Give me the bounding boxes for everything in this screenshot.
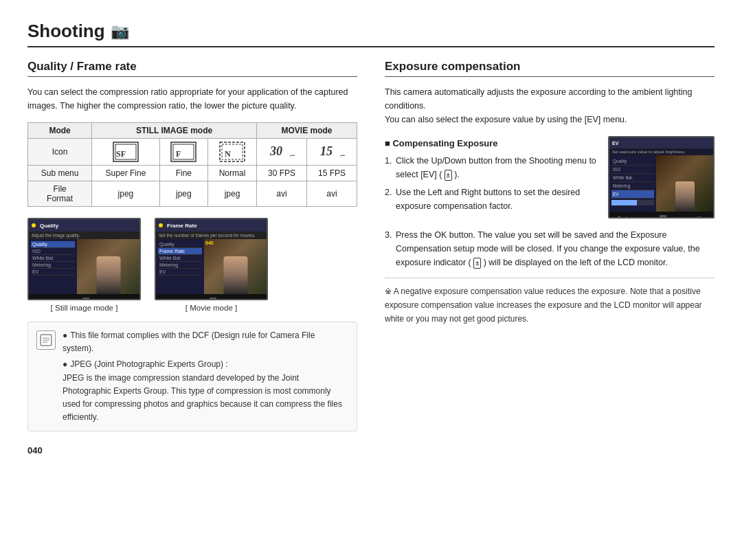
comp-heading: ■ Compensating Exposure: [385, 136, 598, 151]
format-jpeg2: jpeg: [159, 181, 207, 207]
exp-person: [675, 181, 695, 212]
still-preview: [77, 239, 139, 294]
submenu-superfine: Super Fine: [92, 166, 160, 181]
still-screen-title: Quality: [40, 223, 58, 229]
table-header-row: Mode STILL IMAGE mode MOVIE mode: [28, 123, 357, 139]
screenshots-area: Quality Adjust the image quality. Qualit…: [27, 218, 357, 312]
exp-intro-line2: You can also select the exposure value b…: [385, 115, 627, 124]
icon-15fps: 15 ⌒: [306, 139, 357, 166]
movie-screen: Frame Rate Set the number of frames per …: [155, 218, 268, 300]
exp-bar: [611, 200, 654, 205]
exposure-screen-wrap: EV Set exposure value to adjust brightne…: [608, 136, 715, 219]
format-avi1: avi: [257, 181, 307, 207]
page-number: 040: [27, 445, 715, 456]
still-menu: Quality ISO White Bal. Metering EV: [29, 239, 77, 294]
movie-menu-item5: EV: [158, 269, 202, 276]
title-divider: [27, 46, 715, 47]
step2: 2. Use the Left and Right buttons to set…: [385, 186, 598, 213]
submenu-30fps: 30 FPS: [257, 166, 307, 181]
ev-icon: ±: [445, 170, 452, 181]
step3: 3. Press the OK button. The value you se…: [385, 228, 715, 269]
col-movie: MOVIE mode: [257, 123, 357, 139]
exp-preview: [656, 155, 713, 212]
warning-sym: ※: [385, 287, 392, 296]
back-label: ■ Back: [33, 298, 48, 301]
svg-rect-3: [171, 142, 196, 161]
svg-text:⌒: ⌒: [338, 155, 345, 162]
ok-icon: [82, 298, 89, 300]
row-icon-label: Icon: [28, 139, 92, 166]
exp-move: Move: [697, 216, 709, 219]
step3-list: 3. Press the OK button. The value you se…: [385, 228, 715, 269]
exp-intro-line1: This camera automatically adjusts the ex…: [385, 87, 692, 111]
submenu-normal: Normal: [207, 166, 256, 181]
movie-footer: ■ Back Move: [156, 294, 267, 300]
movie-menu-quality: Quality: [158, 241, 202, 248]
table-format-row: FileFormat jpeg jpeg jpeg avi avi: [28, 181, 357, 207]
row-format-label: FileFormat: [28, 181, 92, 207]
quality-table: Mode STILL IMAGE mode MOVIE mode Icon SF: [27, 122, 357, 207]
exposure-screen: EV Set exposure value to adjust brightne…: [608, 136, 715, 219]
format-jpeg1: jpeg: [92, 181, 160, 207]
comp-section: ■ Compensating Exposure 1. Click the Up/…: [385, 136, 715, 219]
icon-fine: F: [159, 139, 207, 166]
exposure-intro: This camera automatically adjusts the ex…: [385, 85, 715, 126]
title-text: Shooting: [27, 21, 105, 42]
menu-item4: Metering: [31, 262, 75, 269]
header-dot: [32, 223, 36, 227]
movie-menu: Quality Frame Rate White Bal. Metering E…: [156, 239, 204, 294]
svg-text:SF: SF: [116, 149, 126, 159]
movie-menu-item4: Metering: [158, 262, 202, 269]
col-mode: Mode: [28, 123, 92, 139]
quality-section-title: Quality / Frame rate: [27, 60, 357, 77]
movie-caption: [ Movie mode ]: [186, 304, 237, 312]
still-caption: [ Still image mode ]: [51, 304, 118, 312]
svg-text:15: 15: [320, 144, 333, 158]
exp-footer: ■ Back Move: [609, 212, 713, 219]
svg-rect-6: [220, 142, 245, 161]
menu-quality: Quality: [31, 241, 75, 248]
still-footer: ■ Back Move: [29, 294, 139, 300]
format-avi2: avi: [306, 181, 357, 207]
quality-intro: You can select the compression ratio app…: [27, 85, 357, 113]
movie-preview-person: [223, 256, 247, 294]
left-column: Quality / Frame rate You can select the …: [27, 60, 357, 432]
note-icon: [36, 331, 56, 350]
preview-person: [96, 256, 120, 294]
col-still: STILL IMAGE mode: [92, 123, 257, 139]
steps-list: 1. Click the Up/Down button from the Sho…: [385, 154, 598, 213]
note-box: ●This file format complies with the DCF …: [27, 322, 357, 432]
note-content: ●This file format complies with the DCF …: [63, 329, 348, 424]
exp-menu-metering: Metering: [611, 182, 654, 190]
menu-item3: White Bal.: [31, 255, 75, 262]
svg-text:30: 30: [269, 144, 282, 158]
exp-menu-quality: Quality: [611, 157, 654, 166]
step1: 1. Click the Up/Down button from the Sho…: [385, 154, 598, 181]
svg-text:F: F: [176, 149, 181, 159]
exp-bar-fill: [611, 200, 637, 205]
still-screen: Quality Adjust the image quality. Qualit…: [27, 218, 141, 300]
movie-move-label: Move: [251, 298, 262, 301]
movie-screen-title: Frame Rate: [167, 223, 197, 229]
icon-super-fine: SF: [92, 139, 160, 166]
submenu-15fps: 15 FPS: [306, 166, 357, 181]
table-submenu-row: Sub menu Super Fine Fine Normal 30 FPS 1…: [28, 166, 357, 181]
exp-back: ■ Back: [614, 216, 629, 219]
movie-preview: 640: [204, 239, 267, 294]
submenu-fine: Fine: [159, 166, 207, 181]
movie-menu-framerate: Frame Rate: [158, 248, 202, 255]
table-icon-row: Icon SF: [28, 139, 357, 166]
exp-title: EV: [612, 141, 618, 146]
menu-item2: ISO: [31, 248, 75, 255]
warning-content: A negative exposure compensation value r…: [385, 287, 702, 324]
exposure-section-title: Exposure compensation: [385, 60, 715, 77]
exp-menu-iso: ISO: [611, 166, 654, 174]
camera-icon: 📷: [111, 23, 129, 41]
warning-text: ※ A negative exposure compensation value…: [385, 278, 715, 326]
row-submenu-label: Sub menu: [28, 166, 92, 181]
movie-header-dot: [159, 223, 163, 227]
movie-back-label: ■ Back: [160, 298, 175, 301]
exp-body: Quality ISO White Bal. Metering EV: [609, 155, 713, 212]
exp-ok: [660, 215, 666, 219]
movie-ok-icon: [210, 298, 216, 300]
